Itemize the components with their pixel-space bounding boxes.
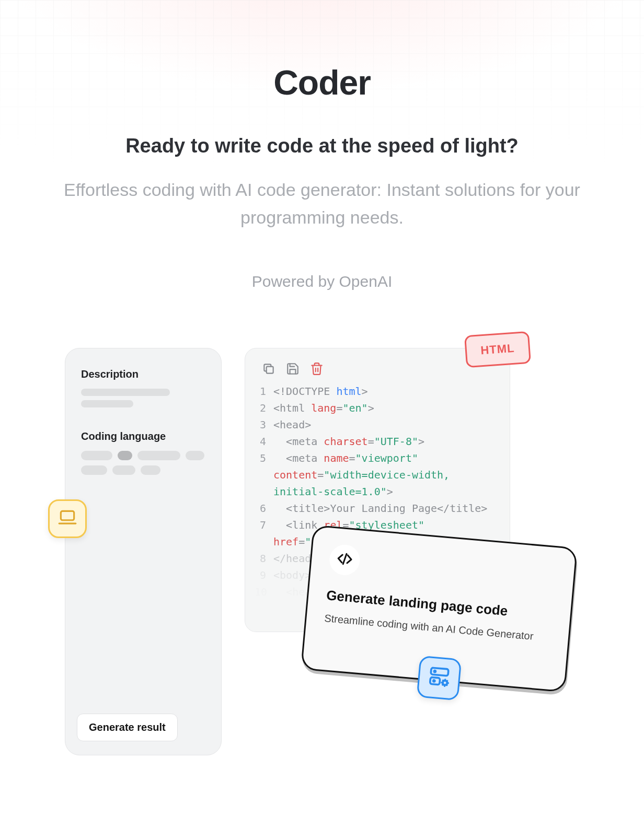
hero-subtitle: Ready to write code at the speed of ligh…	[0, 135, 644, 157]
line-number: 6	[255, 500, 273, 517]
code-content: <title>Your Landing Page</title>	[273, 500, 500, 517]
skeleton-line	[81, 400, 133, 407]
line-number: 8	[255, 550, 273, 567]
language-pill-row	[81, 451, 205, 475]
code-content: <html lang="en">	[273, 400, 500, 416]
line-number: 3	[255, 416, 273, 433]
trash-icon[interactable]	[310, 362, 324, 376]
code-content: <!DOCTYPE html>	[273, 383, 500, 400]
language-pill[interactable]	[112, 465, 135, 475]
code-line: 2<html lang="en">	[255, 400, 500, 416]
server-gear-icon	[427, 665, 452, 692]
language-pill[interactable]	[186, 451, 204, 460]
language-pill[interactable]	[137, 451, 180, 460]
input-panel: Description Coding language Generate res…	[65, 348, 222, 755]
code-content: <meta name="viewport" content="width=dev…	[273, 450, 500, 500]
server-gear-badge	[417, 656, 462, 701]
line-number: 7	[255, 517, 273, 550]
code-line: 1<!DOCTYPE html>	[255, 383, 500, 400]
svg-point-5	[434, 671, 435, 672]
description-heading: Description	[81, 368, 205, 380]
code-line: 4 <meta charset="UTF-8">	[255, 433, 500, 450]
svg-rect-1	[267, 367, 273, 374]
html-badge: HTML	[464, 331, 531, 368]
code-line: 5 <meta name="viewport" content="width=d…	[255, 450, 500, 500]
hero-section: Coder Ready to write code at the speed o…	[0, 0, 644, 290]
language-pill[interactable]	[81, 451, 112, 460]
line-number: 5	[255, 450, 273, 500]
line-number: 4	[255, 433, 273, 450]
svg-rect-0	[61, 511, 74, 520]
save-icon[interactable]	[286, 362, 300, 376]
line-number: 10	[255, 584, 273, 600]
code-line: 3<head>	[255, 416, 500, 433]
line-number: 1	[255, 383, 273, 400]
code-content: <meta charset="UTF-8">	[273, 433, 500, 450]
code-icon	[336, 551, 353, 569]
hero-description: Effortless coding with AI code generator…	[0, 176, 644, 231]
line-number: 9	[255, 567, 273, 584]
hero-title: Coder	[0, 63, 644, 102]
coding-language-heading: Coding language	[81, 430, 205, 442]
copy-icon[interactable]	[262, 362, 275, 376]
code-line: 6 <title>Your Landing Page</title>	[255, 500, 500, 517]
language-pill[interactable]	[141, 465, 160, 475]
code-content: <head>	[273, 416, 500, 433]
powered-by-label: Powered by OpenAI	[0, 273, 644, 290]
laptop-icon	[58, 508, 77, 530]
html-badge-label: HTML	[480, 342, 515, 357]
svg-point-6	[433, 680, 435, 682]
language-pill-selected[interactable]	[118, 451, 132, 460]
generate-result-button[interactable]: Generate result	[77, 714, 178, 741]
svg-line-2	[343, 554, 347, 564]
illustration-stage: Description Coding language Generate res…	[0, 348, 644, 818]
language-pill[interactable]	[81, 465, 107, 475]
promo-icon-circle	[328, 544, 361, 577]
line-number: 2	[255, 400, 273, 416]
skeleton-line	[81, 389, 170, 396]
laptop-badge	[48, 499, 87, 538]
